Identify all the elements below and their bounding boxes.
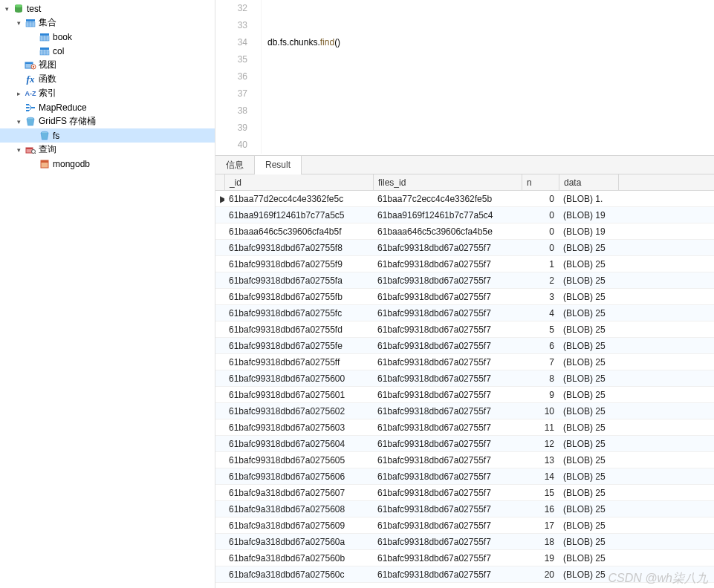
tree-label: 索引 [39, 87, 56, 99]
table-icon [25, 17, 36, 29]
tree-node-indexes[interactable]: ▸ A-Z 索引 [0, 86, 215, 100]
svg-point-26 [32, 149, 36, 153]
svg-rect-20 [26, 110, 29, 111]
tree-label: MapReduce [39, 102, 87, 113]
table-row[interactable]: 61bafc99318dbd67a027560261bafc99318dbd67… [215, 403, 714, 419]
tree-node-mapreduce[interactable]: MapReduce [0, 100, 215, 114]
chevron-down-icon[interactable]: ▾ [15, 146, 23, 154]
result-grid: _id files_id n data ▶61baa77d2ecc4c4e336… [215, 174, 714, 588]
index-icon: A-Z [25, 88, 36, 99]
table-row[interactable]: 61bafc99318dbd67a027560461bafc99318dbd67… [215, 436, 714, 452]
col-data[interactable]: data [559, 174, 619, 190]
table-row[interactable]: 61bafc9a318dbd67a027560761bafc99318dbd67… [215, 485, 714, 501]
svg-rect-18 [26, 104, 29, 105]
svg-rect-2 [26, 19, 35, 22]
tree-node-collection[interactable]: book [0, 30, 215, 44]
svg-rect-6 [40, 33, 49, 36]
table-row[interactable]: 61bafc99318dbd67a02755fb61bafc99318dbd67… [215, 289, 714, 305]
tree-label: col [53, 46, 64, 56]
svg-rect-11 [40, 50, 49, 55]
tree-label: 视图 [39, 59, 56, 71]
table-row[interactable]: 61bafc99318dbd67a027560561bafc99318dbd67… [215, 452, 714, 468]
tree-node-query-item[interactable]: mongodb [0, 157, 215, 171]
svg-rect-10 [40, 48, 49, 50]
table-row[interactable]: 61bafc99318dbd67a02755f961bafc99318dbd67… [215, 256, 714, 272]
col-files-id[interactable]: files_id [374, 174, 522, 190]
object-tree[interactable]: ▾ test ▾ 集合 book col [0, 0, 215, 588]
tree-node-gridfs-item[interactable]: fs [0, 128, 215, 143]
tree-label: mongodb [53, 159, 90, 169]
svg-rect-7 [40, 36, 49, 41]
bucket-icon [25, 116, 36, 128]
grid-header: _id files_id n data [215, 174, 714, 191]
tree-node-functions[interactable]: fx 函数 [0, 72, 215, 86]
tab-result[interactable]: Result [255, 155, 302, 174]
editor-gutter: 323334353637383940 [215, 0, 262, 154]
tree-label: GridFS 存储桶 [39, 115, 96, 128]
table-icon [39, 31, 51, 43]
col-n[interactable]: n [522, 174, 559, 190]
svg-rect-15 [25, 62, 33, 64]
svg-point-1 [15, 4, 22, 7]
svg-rect-29 [41, 160, 48, 163]
svg-rect-19 [26, 107, 29, 108]
table-row[interactable]: 61bafc9a318dbd67a027560961bafc99318dbd67… [215, 517, 714, 534]
function-icon: fx [25, 74, 36, 85]
table-row[interactable]: 61bafc99318dbd67a027560161bafc99318dbd67… [215, 387, 714, 403]
chevron-down-icon[interactable]: ▾ [3, 4, 11, 13]
tab-info[interactable]: 信息 [215, 156, 255, 175]
table-row[interactable]: 61bafc99318dbd67a02755fd61bafc99318dbd67… [215, 321, 714, 338]
table-row[interactable]: 61bafc99318dbd67a027560661bafc99318dbd67… [215, 468, 714, 485]
svg-rect-3 [26, 22, 35, 27]
query-icon [25, 144, 36, 156]
tree-label: fs [53, 131, 59, 141]
table-row[interactable]: ▶61baa77d2ecc4c4e3362fe5c61baa77c2ecc4c4… [215, 191, 714, 207]
table-row[interactable]: 61bafc99318dbd67a027560361bafc99318dbd67… [215, 419, 714, 436]
database-icon [13, 3, 25, 15]
chevron-down-icon[interactable]: ▾ [15, 19, 23, 27]
svg-point-17 [33, 65, 34, 67]
table-row[interactable]: 61bafc99318dbd67a02755fc61bafc99318dbd67… [215, 305, 714, 321]
mapreduce-icon [25, 102, 36, 114]
tree-node-query[interactable]: ▾ 查询 [0, 143, 215, 157]
table-row[interactable]: 61bafc9a318dbd67a027560c61bafc99318dbd67… [215, 566, 714, 583]
table-row[interactable]: 61bafc99318dbd67a02755fa61bafc99318dbd67… [215, 272, 714, 289]
tree-node-collections[interactable]: ▾ 集合 [0, 16, 215, 30]
table-row[interactable]: 61baaa646c5c39606cfa4b5f61baaa646c5c3960… [215, 223, 714, 240]
tree-label: 集合 [39, 16, 56, 29]
tree-node-database[interactable]: ▾ test [0, 1, 215, 16]
chevron-right-icon[interactable]: ▸ [15, 89, 23, 97]
tree-node-views[interactable]: 视图 [0, 58, 215, 72]
tree-node-collection[interactable]: col [0, 44, 215, 58]
col-marker[interactable] [215, 174, 225, 190]
result-tabs: 信息 Result [215, 155, 714, 174]
table-row[interactable]: 61baa9169f12461b7c77a5c561baa9169f12461b… [215, 207, 714, 223]
tree-label: test [27, 4, 41, 14]
table-row[interactable]: 61bafc9a318dbd67a027560861bafc99318dbd67… [215, 501, 714, 517]
svg-line-27 [35, 153, 36, 154]
col-id[interactable]: _id [225, 174, 374, 190]
tree-label: 查询 [39, 143, 56, 156]
code-editor[interactable]: 323334353637383940 db.fs.chunks.find() [215, 0, 714, 154]
bucket-icon [39, 130, 51, 142]
tree-label: 函数 [39, 73, 56, 85]
chevron-down-icon[interactable]: ▾ [15, 117, 23, 125]
grid-body[interactable]: ▶61baa77d2ecc4c4e3362fe5c61baa77c2ecc4c4… [215, 191, 714, 588]
table-icon [39, 45, 51, 57]
table-row[interactable]: 61bafc99318dbd67a02755fe61bafc99318dbd67… [215, 338, 714, 354]
view-icon [25, 59, 36, 71]
svg-rect-25 [26, 148, 33, 149]
svg-rect-21 [32, 107, 35, 108]
table-row[interactable]: 61bafc99318dbd67a02755ff61bafc99318dbd67… [215, 354, 714, 370]
table-row[interactable]: 61bafc9a318dbd67a027560b61bafc99318dbd67… [215, 550, 714, 566]
tree-label: book [53, 32, 72, 42]
query-item-icon [39, 158, 51, 170]
tree-node-gridfs[interactable]: ▾ GridFS 存储桶 [0, 114, 215, 128]
table-row[interactable]: 61bafc99318dbd67a02755f861bafc99318dbd67… [215, 240, 714, 256]
table-row[interactable]: 61bafc9a318dbd67a027560a61bafc99318dbd67… [215, 534, 714, 550]
table-row[interactable]: 61bafc99318dbd67a027560061bafc99318dbd67… [215, 370, 714, 387]
